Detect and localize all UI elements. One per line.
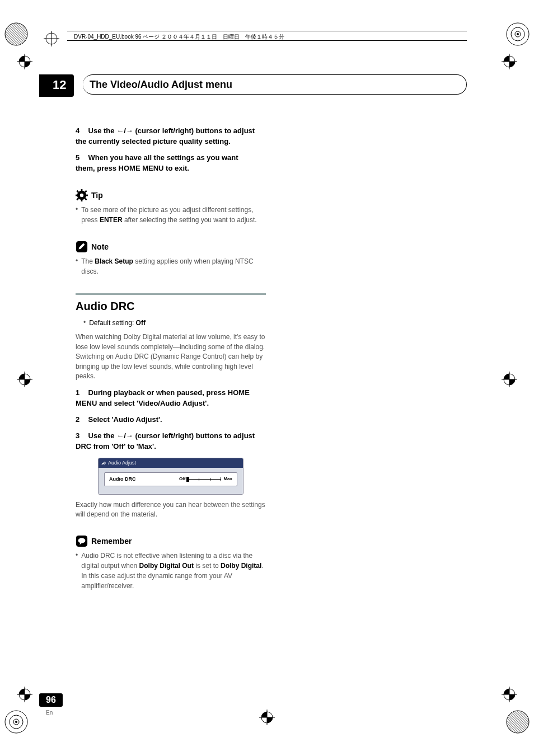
crosshair-right bbox=[502, 372, 517, 387]
crosshair-tl bbox=[17, 54, 32, 69]
step4-part-a: Use the bbox=[88, 126, 117, 135]
regmark-top-right bbox=[506, 22, 530, 46]
note-heading: Note bbox=[76, 241, 266, 253]
crosshair-bottom bbox=[259, 710, 275, 725]
step4-line2: the currently selected picture quality s… bbox=[76, 137, 231, 145]
panel-body: Audio DRC Off Max bbox=[99, 468, 243, 494]
drc-step1-line2: MENU and select 'Video/Audio Adjust'. bbox=[76, 399, 209, 407]
tip-text: To see more of the picture as you adjust… bbox=[81, 205, 266, 225]
note-text: The Black Setup setting applies only whe… bbox=[81, 256, 266, 276]
rem-c: is set to bbox=[194, 562, 221, 570]
pencil-icon bbox=[76, 241, 88, 253]
step-text: Use the ←/→ (cursor left/right) buttons … bbox=[88, 126, 255, 135]
svg-point-9 bbox=[15, 721, 17, 723]
svg-point-5 bbox=[517, 33, 519, 35]
svg-rect-39 bbox=[76, 195, 78, 196]
bullet-dot: • bbox=[76, 256, 78, 276]
regmark-bottom-left bbox=[4, 710, 28, 734]
svg-rect-37 bbox=[81, 189, 83, 192]
slider-track bbox=[188, 479, 221, 480]
step-number: 2 bbox=[76, 415, 79, 424]
default-setting: • Default setting: Off bbox=[83, 318, 266, 328]
regmark-top-left bbox=[4, 22, 28, 46]
row-label: Audio DRC bbox=[109, 476, 136, 483]
chapter-title-wrap: The Video/Audio Adjust menu bbox=[83, 74, 467, 95]
cursor-arrows-icon: ←/→ bbox=[116, 431, 133, 440]
drc-step2-text: Select 'Audio Adjust'. bbox=[88, 415, 162, 424]
regmark-bottom-right bbox=[506, 710, 530, 734]
tip-heading: Tip bbox=[76, 189, 266, 201]
page: DVR-04_HDD_EU.book 96 ページ ２００４年４月１１日 日曜日… bbox=[0, 0, 534, 756]
slider-tick bbox=[199, 478, 199, 481]
drc-step-3: 3 Use the ←/→ (cursor left/right) button… bbox=[76, 431, 266, 452]
remember-bullet: • Audio DRC is not effective when listen… bbox=[76, 551, 266, 591]
slider-max-label: Max bbox=[223, 476, 232, 482]
default-b: Off bbox=[136, 319, 146, 327]
svg-rect-40 bbox=[85, 195, 88, 196]
file-header-line: DVR-04_HDD_EU.book 96 ページ ２００４年４月１１日 日曜日… bbox=[67, 31, 467, 41]
step4-part-b: (cursor left/right) buttons to adjust bbox=[133, 126, 255, 135]
note-b: Black Setup bbox=[95, 257, 133, 265]
svg-rect-38 bbox=[81, 199, 83, 202]
file-header-text: DVR-04_HDD_EU.book 96 ページ ２００４年４月１１日 日曜日… bbox=[72, 34, 287, 40]
step5-line1: When you have all the settings as you wa… bbox=[88, 153, 238, 162]
drc-step3-text: Use the ←/→ (cursor left/right) buttons … bbox=[88, 431, 255, 440]
cursor-arrows-icon: ←/→ bbox=[116, 126, 133, 135]
bullet-dot: • bbox=[76, 551, 78, 591]
default-a: Default setting: bbox=[89, 319, 135, 327]
remember-heading: Remember bbox=[76, 535, 266, 547]
svg-point-45 bbox=[80, 194, 83, 197]
tip-label: Tip bbox=[91, 190, 103, 201]
tip-b: ENTER bbox=[100, 216, 123, 224]
drc-step-2: 2 Select 'Audio Adjust'. bbox=[76, 415, 266, 425]
step-5: 5 When you have all the settings as you … bbox=[76, 153, 266, 174]
audio-drc-paragraph: When watching Dolby Digital material at … bbox=[76, 332, 266, 381]
tip-c: after selecting the setting you want to … bbox=[123, 216, 257, 224]
after-panel-text: Exactly how much difference you can hear… bbox=[76, 500, 266, 520]
step-number: 1 bbox=[76, 388, 79, 397]
slider-off-label: Off bbox=[179, 476, 186, 482]
speech-bubble-icon bbox=[76, 535, 88, 547]
content-column: 4 Use the ←/→ (cursor left/right) button… bbox=[76, 126, 266, 595]
step-number: 5 bbox=[76, 153, 79, 162]
drc3-b: (cursor left/right) buttons to adjust bbox=[133, 431, 255, 440]
note-label: Note bbox=[91, 241, 109, 252]
svg-point-48 bbox=[78, 538, 86, 543]
crosshair-bl bbox=[17, 687, 32, 702]
crosshair-header bbox=[44, 31, 59, 46]
bullet-dot: • bbox=[76, 205, 78, 225]
chapter-title: The Video/Audio Adjust menu bbox=[90, 79, 232, 91]
drc3-a: Use the bbox=[88, 431, 117, 440]
step-number: 3 bbox=[76, 431, 79, 440]
crosshair-br bbox=[502, 687, 517, 702]
step-number: 4 bbox=[76, 126, 79, 135]
remember-label: Remember bbox=[91, 536, 132, 547]
slider-tick bbox=[210, 478, 210, 481]
tip-bullet: • To see more of the picture as you adju… bbox=[76, 205, 266, 225]
crosshair-left bbox=[17, 372, 32, 387]
rem-d: Dolby Digital bbox=[221, 562, 261, 570]
step5-line2: them, press HOME MENU to exit. bbox=[76, 164, 189, 172]
panel-title: Audio Adjust bbox=[108, 459, 136, 467]
default-text: Default setting: Off bbox=[89, 318, 266, 328]
slider-thumb bbox=[186, 477, 189, 482]
svg-point-1 bbox=[5, 23, 27, 45]
audio-drc-heading: Audio DRC bbox=[76, 298, 266, 314]
rem-b: Dolby Digital Out bbox=[139, 562, 194, 570]
svg-point-11 bbox=[507, 711, 529, 733]
section-rule bbox=[76, 293, 266, 295]
drc-slider: Off Max bbox=[179, 476, 232, 482]
note-a: The bbox=[81, 257, 95, 265]
audio-drc-row: Audio DRC Off Max bbox=[104, 472, 237, 486]
step-4: 4 Use the ←/→ (cursor left/right) button… bbox=[76, 126, 266, 147]
remember-text: Audio DRC is not effective when listenin… bbox=[81, 551, 266, 591]
drc-step3-line2: DRC from 'Off' to 'Max'. bbox=[76, 442, 156, 450]
drc-step1-line1: During playback or when paused, press HO… bbox=[88, 388, 250, 397]
wrench-icon bbox=[101, 461, 106, 466]
page-language: En bbox=[46, 710, 53, 716]
note-bullet: • The Black Setup setting applies only w… bbox=[76, 256, 266, 276]
gear-icon bbox=[76, 189, 88, 201]
crosshair-tr bbox=[502, 54, 517, 69]
bullet-dot: • bbox=[83, 318, 86, 328]
audio-adjust-panel: Audio Adjust Audio DRC Off Max bbox=[98, 458, 243, 495]
